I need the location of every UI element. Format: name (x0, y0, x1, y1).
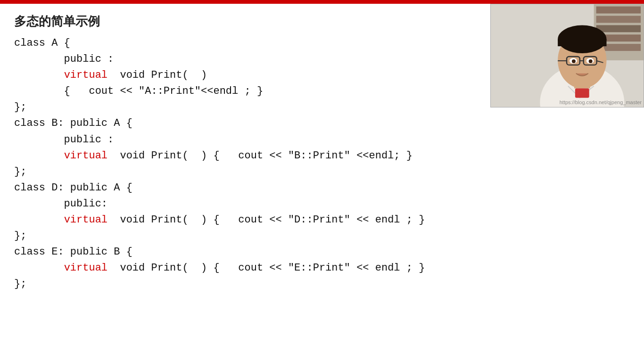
code-line-12: virtual void Print( ) { cout << "D::Prin… (14, 212, 476, 228)
code-line-14: class E: public B { (14, 244, 476, 260)
code-line-7: public : (14, 132, 476, 148)
top-bar (0, 0, 644, 4)
svg-rect-12 (558, 39, 606, 46)
code-line-15: virtual void Print( ) { cout << "E::Prin… (14, 260, 476, 276)
svg-rect-5 (596, 25, 641, 32)
svg-point-21 (589, 59, 593, 63)
keyword-virtual-3: virtual (64, 214, 107, 226)
slide-title: 多态的简单示例 (14, 13, 476, 30)
svg-rect-22 (575, 89, 589, 98)
keyword-virtual-2: virtual (64, 150, 107, 162)
code-line-10: class D: public A { (14, 180, 476, 196)
person-svg (491, 4, 644, 107)
watermark: https://blog.csdn.net/qjpeng_master (560, 99, 642, 105)
code-line-1: class A { (14, 35, 476, 51)
code-line-16: }; (14, 276, 476, 292)
code-line-4: { cout << "A::Print"<<endl ; } (14, 83, 476, 99)
content-area: 多态的简单示例 class A { public : virtual void … (0, 4, 490, 362)
svg-rect-4 (596, 16, 641, 23)
code-block: class A { public : virtual void Print( )… (14, 35, 476, 293)
webcam-overlay: https://blog.csdn.net/qjpeng_master (490, 4, 644, 107)
code-line-8: virtual void Print( ) { cout << "B::Prin… (14, 148, 476, 164)
code-line-5: }; (14, 99, 476, 115)
code-line-9: }; (14, 164, 476, 180)
code-line-6: class B: public A { (14, 115, 476, 132)
svg-point-20 (572, 59, 576, 63)
keyword-virtual-1: virtual (64, 69, 107, 81)
code-line-2: public : (14, 51, 476, 67)
keyword-virtual-4: virtual (64, 262, 107, 274)
code-line-11: public: (14, 196, 476, 212)
code-line-3: virtual void Print( ) (14, 67, 476, 83)
svg-rect-3 (596, 7, 641, 14)
code-line-13: }; (14, 228, 476, 244)
webcam-feed (491, 4, 644, 107)
slide-container: 多态的简单示例 class A { public : virtual void … (0, 0, 644, 362)
